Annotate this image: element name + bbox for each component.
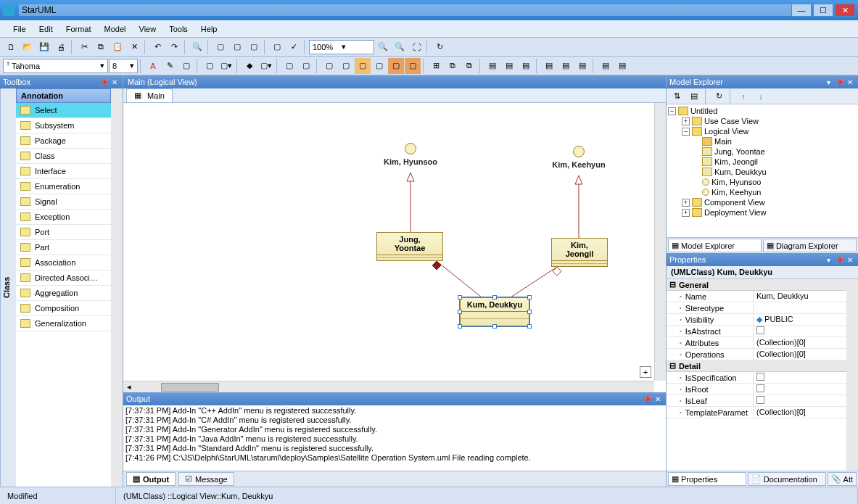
tree-usecase-view[interactable]: +Use Case View [668,116,857,126]
align-bot-button[interactable]: ▤ [574,58,590,74]
menu-model[interactable]: Model [99,23,132,35]
vertical-ruler[interactable] [654,103,666,381]
tree-item[interactable]: Kum, Deukkyu [668,167,857,177]
toolbox-category-tab[interactable]: Class [0,88,16,487]
properties-grid[interactable]: ⊟General NameKum, Deukkyu Stereotype Vis… [667,279,846,471]
selection-handle[interactable] [492,324,497,329]
tree-item[interactable]: Kim, Hyunsoo [668,177,857,187]
toolbox-item[interactable]: Select [16,103,111,118]
redo-button[interactable]: ↷ [166,39,182,55]
properties-tab-properties[interactable]: ▦Properties [668,472,746,486]
selection-handle[interactable] [458,295,462,299]
toolbox-category-header[interactable]: Annotation [16,88,111,103]
maximize-button[interactable]: ☐ [813,4,833,17]
explorer-down-button[interactable]: ↓ [753,88,769,104]
uml-class[interactable]: Kum, Deukkyu [460,297,529,326]
style-g-button[interactable]: ▢ [321,58,337,74]
selection-handle[interactable] [458,310,462,314]
properties-tab-attachments[interactable]: 📎Att [828,472,857,486]
tree-item[interactable]: Jung, Yoontae [668,146,857,157]
toolbox-item[interactable]: Composition [16,301,111,316]
uml-actor[interactable] [405,143,416,154]
refresh-button[interactable]: ↻ [432,39,447,55]
close-button[interactable]: ✕ [835,4,855,17]
zoom-combo[interactable]: 100%▾ [309,40,374,54]
open-button[interactable]: 📂 [20,39,36,55]
prop-stereotype[interactable]: Stereotype [667,302,846,314]
prop-visibility[interactable]: Visibility◆ PUBLIC [667,314,846,326]
toolbox-item[interactable]: Directed Associ… [16,270,111,286]
dist-h-button[interactable]: ▤ [598,58,614,74]
tool-a-button[interactable]: ▢ [213,39,228,55]
prop-isroot[interactable]: IsRoot [667,384,846,395]
align-right-button[interactable]: ▤ [518,58,534,74]
style-a-button[interactable]: ▢ [202,58,218,74]
font-size-combo[interactable]: 8▾ [109,59,138,73]
font-combo[interactable]: ᵀTahoma▾ [3,59,108,73]
menu-file[interactable]: File [7,23,32,35]
selection-handle[interactable] [527,324,532,329]
toolbox-item[interactable]: Aggregation [16,286,111,301]
new-button[interactable]: 🗋 [3,39,19,55]
prop-attributes[interactable]: Attributes(Collection)[0] [667,337,846,349]
properties-tab-documentation[interactable]: 📄Documentation [748,472,826,486]
uml-class[interactable]: Jung, Yoontae [376,232,443,261]
selection-handle[interactable] [492,295,497,299]
toolbox-item[interactable]: Part [16,240,111,255]
output-log[interactable]: [7:37:31 PM] Add-In "C++ AddIn" menu is … [123,405,666,471]
undo-button[interactable]: ↶ [149,39,165,55]
style-e-button[interactable]: ▢ [281,58,297,74]
dist-v-button[interactable]: ▤ [614,58,630,74]
align-left-button[interactable]: ▤ [484,58,500,74]
tree-logical-view[interactable]: −Logical View [668,126,857,136]
explorer-pin-button[interactable]: 📌 [834,77,844,87]
output-tab-output[interactable]: ▤Output [126,472,176,486]
tree-item[interactable]: Kim, Jeongil [668,157,857,167]
tree-deployment-view[interactable]: +Deployment View [668,207,857,218]
prop-templateparam[interactable]: TemplateParamet(Collection)[0] [667,407,846,418]
zoom-in-button[interactable]: 🔍 [392,39,408,55]
uml-actor[interactable] [573,146,585,157]
properties-pin-button[interactable]: 📌 [834,255,844,265]
toolbox-item[interactable]: Subsystem [16,118,111,133]
style-i-button[interactable]: ▢ [355,58,371,74]
prop-isabstract[interactable]: IsAbstract [667,326,846,337]
style-d-button[interactable]: ▢▾ [258,58,274,74]
save-button[interactable]: 💾 [36,39,52,55]
style-f-button[interactable]: ▢ [298,58,314,74]
tree-component-view[interactable]: +Component View [668,197,857,207]
menu-help[interactable]: Help [195,23,223,35]
find-button[interactable]: 🔍 [189,39,205,55]
font-color-button[interactable]: A [145,58,161,74]
properties-menu-button[interactable]: ▾ [823,255,833,265]
menu-edit[interactable]: Edit [33,23,59,35]
toolbox-item[interactable]: Interface [16,164,111,179]
output-pin-button[interactable]: 📌 [642,394,652,404]
add-button-icon[interactable]: + [640,366,651,378]
toolbox-item[interactable]: Generalization [16,316,111,331]
prop-operations[interactable]: Operations(Collection)[0] [667,349,846,360]
properties-scrollbar[interactable] [846,279,858,471]
delete-button[interactable]: ✕ [126,39,142,55]
tool-e-button[interactable]: ✓ [286,39,302,55]
paste-button[interactable]: 📋 [110,39,125,55]
cut-button[interactable]: ✂ [76,39,92,55]
toolbox-item[interactable]: Enumeration [16,179,111,194]
toolbox-item[interactable]: Association [16,255,111,270]
prop-isspecification[interactable]: IsSpecification [667,372,846,384]
style-c-button[interactable]: ◆ [242,58,257,74]
prop-isleaf[interactable]: IsLeaf [667,395,846,407]
output-tab-message[interactable]: ☑Message [178,472,234,486]
explorer-tab-diagram[interactable]: ▦Diagram Explorer [763,239,857,252]
explorer-refresh-button[interactable]: ↻ [711,88,727,104]
tool-b-button[interactable]: ▢ [229,39,245,55]
toolbox-close-button[interactable]: ✕ [110,77,120,87]
fill-button[interactable]: ▢ [178,58,194,74]
menu-format[interactable]: Format [60,23,97,35]
explorer-menu-button[interactable]: ▾ [823,77,833,87]
align-a-button[interactable]: ⊞ [428,58,444,74]
explorer-close-button[interactable]: ✕ [845,77,855,87]
toolbox-pin-button[interactable]: 📌 [99,77,109,87]
minimize-button[interactable]: — [791,4,812,17]
toolbox-item[interactable]: Signal [16,194,111,210]
